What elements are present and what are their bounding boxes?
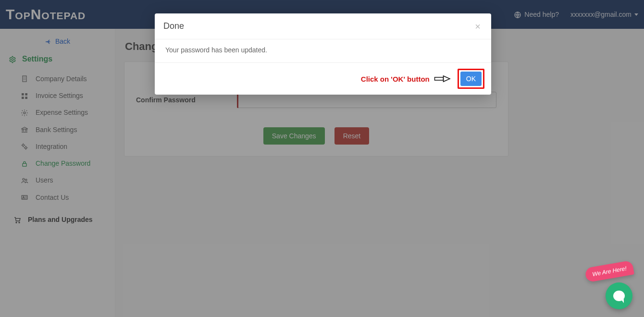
we-are-here-tag[interactable]: We Are Here! — [585, 264, 633, 279]
modal-title: Done — [163, 21, 473, 31]
annotation-text: Click on 'OK' button — [361, 75, 430, 83]
modal-header: Done × — [155, 13, 491, 39]
annotation: Click on 'OK' button — [361, 74, 452, 83]
annotation-arrow-icon — [433, 74, 452, 83]
svg-marker-18 — [443, 76, 450, 82]
modal-body: Your password has been updated. — [155, 39, 491, 63]
ok-button[interactable]: OK — [460, 72, 482, 86]
chat-fab[interactable] — [606, 282, 632, 309]
modal-footer: Click on 'OK' button OK — [155, 63, 491, 95]
svg-rect-17 — [434, 77, 443, 80]
ok-highlight-box: OK — [458, 69, 484, 89]
modal-close-button[interactable]: × — [473, 22, 483, 31]
chat-bubble-icon — [613, 291, 625, 301]
modal-done: Done × Your password has been updated. C… — [155, 13, 491, 95]
